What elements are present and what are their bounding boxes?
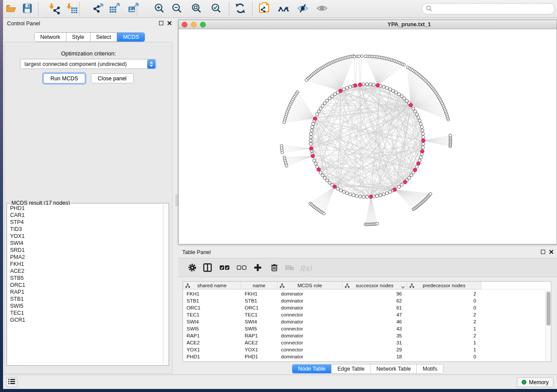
mcds-result-item[interactable]: TEC1 xyxy=(7,309,163,316)
network-window-titlebar[interactable]: YPA_prune.txt_1 xyxy=(179,20,557,29)
table-cell: 35 xyxy=(343,332,407,339)
close-panel-button[interactable]: Close panel xyxy=(91,73,134,83)
zoom-fit-button[interactable] xyxy=(189,1,204,16)
table-row[interactable]: PHD1PHD1dominator180 xyxy=(183,353,545,360)
table-cell: connector xyxy=(277,339,343,346)
table-row[interactable]: SWI5SWI5connector431 xyxy=(183,325,545,332)
import-network-button[interactable] xyxy=(47,1,62,16)
float-panel-icon[interactable] xyxy=(541,249,545,255)
tab-node-table[interactable]: Node Table xyxy=(292,364,332,373)
mcds-result-item[interactable]: TID3 xyxy=(7,226,163,233)
export-image-button[interactable] xyxy=(126,1,141,16)
mcds-result-item[interactable]: YOX1 xyxy=(7,233,163,240)
column-header-predecessor-nodes[interactable]: predecessor nodes xyxy=(407,282,481,289)
mcds-result-item[interactable]: SWI4 xyxy=(7,240,163,247)
zoom-selected-icon xyxy=(211,3,222,15)
tab-select[interactable]: Select xyxy=(90,33,118,41)
tab-mcds[interactable]: MCDS xyxy=(117,33,145,41)
tab-style[interactable]: Style xyxy=(66,33,90,41)
open-file-button[interactable] xyxy=(3,1,18,16)
show-all-button[interactable] xyxy=(315,1,329,16)
column-header-shared-name[interactable]: shared name xyxy=(183,282,241,289)
table-cell: dominator xyxy=(277,290,343,297)
mcds-result-item[interactable]: STB5 xyxy=(7,275,163,282)
mcds-list-scrollbar[interactable] xyxy=(163,204,169,365)
table-row[interactable]: ORC1ORC1dominator610 xyxy=(183,304,545,311)
list-icon xyxy=(8,378,15,386)
mcds-result-item[interactable]: STB1 xyxy=(7,296,163,303)
mcds-result-item[interactable]: FKH1 xyxy=(7,261,163,268)
zoom-in-button[interactable] xyxy=(152,1,167,16)
table-cell: PHD1 xyxy=(183,353,241,360)
table-settings-button[interactable] xyxy=(186,262,198,274)
toolbar-separator xyxy=(229,2,229,15)
tab-edge-table[interactable]: Edge Table xyxy=(332,364,370,373)
mcds-result-item[interactable]: STP4 xyxy=(7,219,163,226)
close-panel-icon[interactable] xyxy=(167,21,172,27)
mcds-result-item[interactable]: PHD1 xyxy=(7,205,163,212)
column-header-name[interactable]: name xyxy=(241,282,277,289)
table-scrollbar[interactable] xyxy=(545,290,551,361)
minimize-window-icon[interactable] xyxy=(191,22,197,28)
divider-handle[interactable] xyxy=(176,195,178,206)
table-row[interactable]: SWI4SWI4dominator462 xyxy=(183,318,545,325)
delete-column-button[interactable] xyxy=(268,262,280,274)
table-scrollbar-thumb[interactable] xyxy=(547,292,550,326)
mcds-result-item[interactable]: CAR1 xyxy=(7,212,163,219)
export-table-button[interactable] xyxy=(107,1,122,16)
new-network-from-selection-button[interactable] xyxy=(257,1,272,16)
memory-button[interactable]: Memory xyxy=(517,377,554,387)
tab-network[interactable]: Network xyxy=(35,33,66,41)
import-table-button[interactable] xyxy=(65,1,80,16)
panel-divider[interactable] xyxy=(175,18,178,375)
status-menu-button[interactable] xyxy=(6,377,17,387)
mcds-result-item[interactable]: PMA2 xyxy=(7,254,163,261)
mcds-result-item[interactable]: SRD1 xyxy=(7,247,163,254)
import-table-icon xyxy=(66,2,78,16)
table-row[interactable]: ACE2ACE2connector311 xyxy=(183,339,545,346)
table-cell: FKH1 xyxy=(241,290,277,297)
table-cell: RAP1 xyxy=(183,332,241,339)
first-neighbors-button[interactable] xyxy=(277,1,291,16)
zoom-out-icon xyxy=(171,3,183,15)
add-column-button[interactable] xyxy=(252,262,264,274)
save-session-button[interactable] xyxy=(20,1,35,16)
network-graph xyxy=(179,29,557,244)
column-header-MCDS-role[interactable]: MCDS role xyxy=(277,282,343,289)
search-input[interactable] xyxy=(435,6,554,12)
deselect-all-button[interactable] xyxy=(235,262,248,274)
mcds-result-item[interactable]: ORC1 xyxy=(7,282,163,289)
table-row[interactable]: RAP1RAP1dominator352 xyxy=(183,332,545,339)
zoom-out-button[interactable] xyxy=(170,1,184,16)
mcds-result-item[interactable]: GCR1 xyxy=(7,316,163,323)
table-row[interactable]: FKH1FKH1dominator962 xyxy=(183,290,545,297)
optimization-select[interactable]: largest connected component (undirected) xyxy=(20,59,156,69)
table-row[interactable]: YOX1YOX1connector291 xyxy=(183,346,545,353)
table-row[interactable]: STB1STB1dominator620 xyxy=(183,297,545,304)
apply-layout-button[interactable] xyxy=(233,1,248,16)
table-cell: dominator xyxy=(277,297,343,304)
mcds-result-item[interactable]: RAP1 xyxy=(7,289,163,296)
float-panel-icon[interactable] xyxy=(159,21,163,27)
table-cell: TEC1 xyxy=(183,311,241,318)
zoom-selected-button[interactable] xyxy=(209,1,224,16)
new-network-from-selection-icon xyxy=(258,2,270,16)
close-window-icon[interactable] xyxy=(182,22,187,28)
show-columns-button[interactable] xyxy=(201,262,214,274)
mcds-result-item[interactable]: ACE2 xyxy=(7,268,163,275)
column-header-successor-nodes[interactable]: successor nodes xyxy=(343,282,407,289)
close-panel-icon[interactable] xyxy=(549,249,554,255)
table-cell: YOX1 xyxy=(183,346,241,353)
tab-motifs[interactable]: Motifs xyxy=(417,364,443,373)
network-canvas[interactable] xyxy=(179,29,557,244)
maximize-window-icon[interactable] xyxy=(200,22,206,28)
export-network-button[interactable] xyxy=(91,1,106,16)
table-cell: 1 xyxy=(407,339,481,346)
select-all-button[interactable] xyxy=(218,262,231,274)
tab-network-table[interactable]: Network Table xyxy=(371,364,417,373)
hide-selected-button[interactable] xyxy=(295,1,310,16)
mcds-result-item[interactable]: SWI5 xyxy=(7,303,163,309)
table-row[interactable]: TEC1TEC1connector472 xyxy=(183,311,545,318)
run-mcds-button[interactable]: Run MCDS xyxy=(43,73,85,83)
table-panel-title: Table Panel xyxy=(182,249,211,255)
